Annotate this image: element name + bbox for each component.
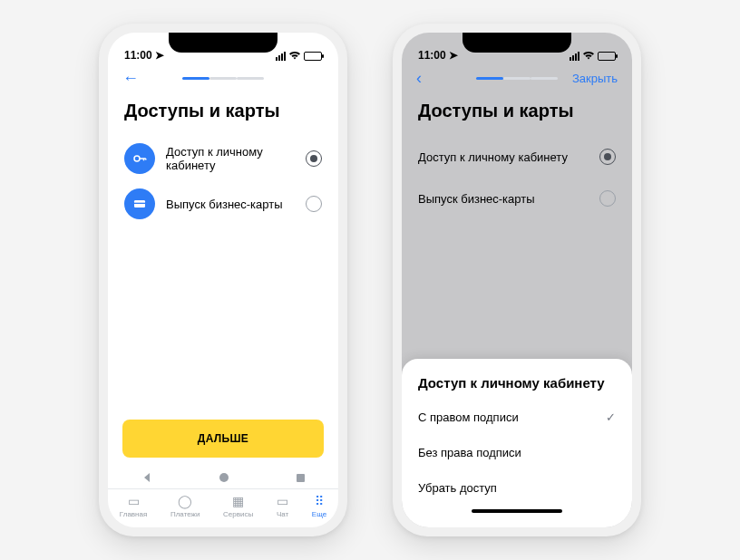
radio-selected[interactable] bbox=[306, 150, 322, 167]
more-icon: ⠿ bbox=[315, 494, 324, 508]
location-icon: ➤ bbox=[155, 49, 164, 62]
tab-chat[interactable]: ▭ Чат bbox=[277, 494, 288, 518]
tab-label: Еще bbox=[312, 510, 326, 518]
nav-row: ← bbox=[108, 63, 338, 92]
sheet-option-label: Без права подписи bbox=[418, 446, 521, 459]
sheet-option-no-sign-rights[interactable]: Без права подписи bbox=[402, 435, 632, 470]
option-business-card[interactable]: Выпуск бизнес-карты bbox=[108, 181, 338, 227]
nav-back-icon[interactable] bbox=[141, 470, 152, 487]
sheet-option-sign-rights[interactable]: С правом подписи ✓ bbox=[402, 400, 632, 435]
option-label: Доступ к личному кабинету bbox=[418, 150, 589, 164]
location-icon: ➤ bbox=[449, 49, 458, 62]
wifi-icon bbox=[288, 51, 301, 62]
tab-label: Сервисы bbox=[223, 510, 253, 518]
tab-label: Главная bbox=[120, 510, 147, 518]
phone-mock-right: 11:00 ➤ ‹ Закрыть Доступы и карты Доступ… bbox=[393, 24, 641, 536]
notch bbox=[462, 33, 571, 53]
page-title: Доступы и карты bbox=[108, 92, 338, 136]
tab-label: Чат bbox=[277, 510, 288, 518]
nav-row: ‹ Закрыть bbox=[402, 63, 632, 92]
wifi-icon bbox=[582, 51, 595, 62]
back-button[interactable]: ← bbox=[122, 69, 139, 88]
sheet-title: Доступ к личному кабинету bbox=[402, 375, 632, 400]
payments-icon: ◯ bbox=[178, 494, 192, 508]
chat-icon: ▭ bbox=[277, 494, 288, 508]
android-nav bbox=[108, 467, 338, 488]
home-indicator bbox=[472, 509, 562, 513]
screen: 11:00 ➤ ← Доступы и карты Доступ к личн bbox=[108, 33, 338, 527]
tab-services[interactable]: ▦ Сервисы bbox=[223, 494, 253, 518]
option-account-access[interactable]: Доступ к личному кабинету bbox=[402, 136, 632, 178]
sheet-option-remove-access[interactable]: Убрать доступ bbox=[402, 470, 632, 506]
page-title: Доступы и карты bbox=[402, 92, 632, 136]
signal-icon bbox=[276, 52, 286, 61]
nav-recent-icon[interactable] bbox=[296, 470, 306, 487]
notch bbox=[169, 33, 278, 53]
option-label: Доступ к личному кабинету bbox=[166, 145, 295, 172]
status-time: 11:00 bbox=[124, 49, 152, 62]
tab-label: Платежи bbox=[170, 510, 200, 518]
radio-unselected[interactable] bbox=[306, 196, 322, 212]
radio-selected[interactable] bbox=[599, 149, 616, 165]
tab-more[interactable]: ⠿ Еще bbox=[312, 494, 326, 518]
back-button[interactable]: ‹ bbox=[416, 69, 422, 88]
services-icon: ▦ bbox=[232, 494, 244, 508]
battery-icon bbox=[304, 52, 322, 61]
svg-rect-2 bbox=[134, 203, 145, 204]
check-icon: ✓ bbox=[606, 410, 616, 424]
tab-payments[interactable]: ◯ Платежи bbox=[170, 494, 200, 518]
home-icon: ▭ bbox=[128, 494, 140, 508]
option-label: Выпуск бизнес-карты bbox=[166, 198, 295, 211]
phone-mock-left: 11:00 ➤ ← Доступы и карты Доступ к личн bbox=[99, 24, 347, 536]
svg-point-0 bbox=[134, 156, 140, 161]
bottom-sheet: Доступ к личному кабинету С правом подпи… bbox=[402, 359, 632, 527]
progress-indicator bbox=[476, 77, 558, 80]
status-time: 11:00 bbox=[418, 49, 446, 62]
tab-home[interactable]: ▭ Главная bbox=[120, 494, 147, 518]
option-business-card[interactable]: Выпуск бизнес-карты bbox=[402, 178, 632, 219]
svg-rect-4 bbox=[297, 474, 305, 482]
close-button[interactable]: Закрыть bbox=[572, 72, 618, 85]
next-button[interactable]: ДАЛЬШЕ bbox=[122, 420, 324, 458]
card-icon bbox=[124, 188, 155, 219]
battery-icon bbox=[598, 52, 616, 61]
progress-indicator bbox=[182, 77, 264, 80]
nav-home-icon[interactable] bbox=[219, 470, 229, 487]
radio-unselected[interactable] bbox=[599, 190, 616, 207]
option-label: Выпуск бизнес-карты bbox=[418, 192, 589, 206]
key-icon bbox=[124, 143, 155, 174]
sheet-option-label: С правом подписи bbox=[418, 410, 519, 424]
signal-icon bbox=[570, 52, 579, 61]
option-account-access[interactable]: Доступ к личному кабинету bbox=[108, 136, 338, 181]
svg-point-3 bbox=[219, 473, 229, 482]
sheet-option-label: Убрать доступ bbox=[418, 481, 497, 495]
tab-bar: ▭ Главная ◯ Платежи ▦ Сервисы ▭ Чат ⠿ Ещ… bbox=[108, 488, 338, 527]
screen: 11:00 ➤ ‹ Закрыть Доступы и карты Доступ… bbox=[402, 33, 632, 527]
